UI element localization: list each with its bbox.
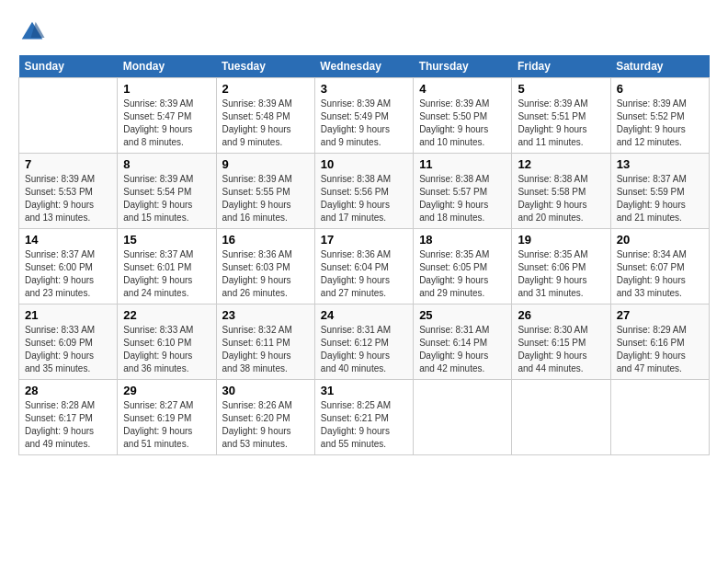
calendar-cell: 27Sunrise: 8:29 AMSunset: 6:16 PMDayligh… [610,304,709,380]
day-info: Sunrise: 8:39 AMSunset: 5:53 PMDaylight:… [25,173,111,224]
header [18,18,710,46]
day-number: 3 [321,82,407,96]
calendar-cell: 13Sunrise: 8:37 AMSunset: 5:59 PMDayligh… [610,154,709,229]
day-info: Sunrise: 8:38 AMSunset: 5:56 PMDaylight:… [321,173,407,224]
day-number: 25 [419,308,506,322]
day-info: Sunrise: 8:31 AMSunset: 6:14 PMDaylight:… [419,324,506,375]
calendar-body: 1Sunrise: 8:39 AMSunset: 5:47 PMDaylight… [19,78,710,455]
day-number: 4 [419,82,506,96]
day-info: Sunrise: 8:37 AMSunset: 6:01 PMDaylight:… [123,248,210,300]
calendar-cell: 24Sunrise: 8:31 AMSunset: 6:12 PMDayligh… [314,304,413,380]
day-number: 12 [518,157,604,171]
calendar-week: 28Sunrise: 8:28 AMSunset: 6:17 PMDayligh… [19,380,710,455]
day-number: 29 [123,384,210,397]
calendar-cell: 12Sunrise: 8:38 AMSunset: 5:58 PMDayligh… [512,154,610,229]
day-number: 24 [321,308,407,322]
weekday-header: Thursday [414,55,512,78]
calendar-cell: 25Sunrise: 8:31 AMSunset: 6:14 PMDayligh… [414,304,512,380]
calendar-cell: 22Sunrise: 8:33 AMSunset: 6:10 PMDayligh… [118,304,216,380]
day-number: 20 [617,233,703,247]
day-info: Sunrise: 8:33 AMSunset: 6:10 PMDaylight:… [123,324,210,375]
day-number: 8 [123,157,210,171]
day-info: Sunrise: 8:28 AMSunset: 6:17 PMDaylight:… [25,399,111,451]
logo-icon [18,18,46,46]
calendar-cell: 15Sunrise: 8:37 AMSunset: 6:01 PMDayligh… [118,229,216,304]
calendar-header: SundayMondayTuesdayWednesdayThursdayFrid… [19,55,710,78]
page: SundayMondayTuesdayWednesdayThursdayFrid… [0,0,728,563]
day-number: 6 [617,82,703,96]
calendar-cell: 23Sunrise: 8:32 AMSunset: 6:11 PMDayligh… [216,304,314,380]
calendar-cell: 21Sunrise: 8:33 AMSunset: 6:09 PMDayligh… [19,304,118,380]
day-info: Sunrise: 8:39 AMSunset: 5:50 PMDaylight:… [419,98,506,149]
day-info: Sunrise: 8:36 AMSunset: 6:04 PMDaylight:… [321,248,407,300]
weekday-header: Wednesday [314,55,413,78]
calendar-cell: 26Sunrise: 8:30 AMSunset: 6:15 PMDayligh… [512,304,610,380]
calendar-week: 14Sunrise: 8:37 AMSunset: 6:00 PMDayligh… [19,229,710,304]
day-number: 5 [518,82,604,96]
calendar-week: 7Sunrise: 8:39 AMSunset: 5:53 PMDaylight… [19,154,710,229]
day-info: Sunrise: 8:31 AMSunset: 6:12 PMDaylight:… [321,324,407,375]
calendar-cell: 7Sunrise: 8:39 AMSunset: 5:53 PMDaylight… [19,154,118,229]
header-row: SundayMondayTuesdayWednesdayThursdayFrid… [19,55,710,78]
calendar-week: 1Sunrise: 8:39 AMSunset: 5:47 PMDaylight… [19,78,710,154]
weekday-header: Saturday [610,55,709,78]
day-info: Sunrise: 8:39 AMSunset: 5:48 PMDaylight:… [222,98,309,149]
day-number: 14 [25,233,111,247]
calendar-cell [19,78,118,154]
day-number: 1 [123,82,210,96]
calendar-cell: 5Sunrise: 8:39 AMSunset: 5:51 PMDaylight… [512,78,610,154]
day-number: 21 [25,308,111,322]
calendar-cell: 9Sunrise: 8:39 AMSunset: 5:55 PMDaylight… [216,154,314,229]
day-info: Sunrise: 8:39 AMSunset: 5:47 PMDaylight:… [123,98,210,149]
calendar-cell: 4Sunrise: 8:39 AMSunset: 5:50 PMDaylight… [414,78,512,154]
day-number: 7 [25,157,111,171]
day-info: Sunrise: 8:37 AMSunset: 5:59 PMDaylight:… [617,173,703,224]
calendar-cell: 31Sunrise: 8:25 AMSunset: 6:21 PMDayligh… [314,380,413,455]
calendar-cell: 10Sunrise: 8:38 AMSunset: 5:56 PMDayligh… [314,154,413,229]
day-info: Sunrise: 8:38 AMSunset: 5:58 PMDaylight:… [518,173,604,224]
day-number: 19 [518,233,604,247]
calendar-cell: 20Sunrise: 8:34 AMSunset: 6:07 PMDayligh… [610,229,709,304]
day-info: Sunrise: 8:39 AMSunset: 5:51 PMDaylight:… [518,98,604,149]
calendar-cell: 17Sunrise: 8:36 AMSunset: 6:04 PMDayligh… [314,229,413,304]
calendar-cell: 19Sunrise: 8:35 AMSunset: 6:06 PMDayligh… [512,229,610,304]
calendar-cell [512,380,610,455]
day-number: 31 [321,384,407,397]
day-number: 28 [25,384,111,397]
day-number: 13 [617,157,703,171]
calendar-week: 21Sunrise: 8:33 AMSunset: 6:09 PMDayligh… [19,304,710,380]
calendar-cell [414,380,512,455]
day-number: 26 [518,308,604,322]
day-number: 16 [222,233,309,247]
day-info: Sunrise: 8:29 AMSunset: 6:16 PMDaylight:… [617,324,703,375]
day-info: Sunrise: 8:25 AMSunset: 6:21 PMDaylight:… [321,399,407,451]
calendar-cell: 30Sunrise: 8:26 AMSunset: 6:20 PMDayligh… [216,380,314,455]
day-info: Sunrise: 8:30 AMSunset: 6:15 PMDaylight:… [518,324,604,375]
day-number: 2 [222,82,309,96]
calendar-cell: 11Sunrise: 8:38 AMSunset: 5:57 PMDayligh… [414,154,512,229]
day-info: Sunrise: 8:34 AMSunset: 6:07 PMDaylight:… [617,248,703,300]
day-info: Sunrise: 8:32 AMSunset: 6:11 PMDaylight:… [222,324,309,375]
day-info: Sunrise: 8:39 AMSunset: 5:49 PMDaylight:… [321,98,407,149]
weekday-header: Tuesday [216,55,314,78]
calendar-cell: 28Sunrise: 8:28 AMSunset: 6:17 PMDayligh… [19,380,118,455]
day-info: Sunrise: 8:37 AMSunset: 6:00 PMDaylight:… [25,248,111,300]
calendar-cell: 3Sunrise: 8:39 AMSunset: 5:49 PMDaylight… [314,78,413,154]
day-number: 15 [123,233,210,247]
calendar-cell: 14Sunrise: 8:37 AMSunset: 6:00 PMDayligh… [19,229,118,304]
day-info: Sunrise: 8:36 AMSunset: 6:03 PMDaylight:… [222,248,309,300]
calendar-cell: 18Sunrise: 8:35 AMSunset: 6:05 PMDayligh… [414,229,512,304]
day-number: 18 [419,233,506,247]
day-info: Sunrise: 8:26 AMSunset: 6:20 PMDaylight:… [222,399,309,451]
calendar-cell: 1Sunrise: 8:39 AMSunset: 5:47 PMDaylight… [118,78,216,154]
weekday-header: Monday [118,55,216,78]
day-number: 23 [222,308,309,322]
calendar-cell: 6Sunrise: 8:39 AMSunset: 5:52 PMDaylight… [610,78,709,154]
day-info: Sunrise: 8:39 AMSunset: 5:54 PMDaylight:… [123,173,210,224]
weekday-header: Friday [512,55,610,78]
logo [18,18,50,46]
day-number: 9 [222,157,309,171]
day-info: Sunrise: 8:39 AMSunset: 5:52 PMDaylight:… [617,98,703,149]
day-number: 10 [321,157,407,171]
calendar-cell [610,380,709,455]
